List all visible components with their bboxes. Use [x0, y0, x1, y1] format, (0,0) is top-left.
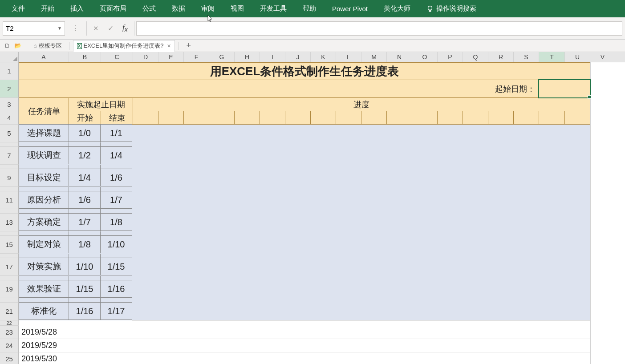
task-name-cell[interactable]: 原因分析 [19, 191, 69, 209]
row-header-23[interactable]: 23 [0, 326, 19, 339]
header-progress-cell[interactable] [184, 111, 209, 125]
col-header-E[interactable]: E [158, 52, 184, 62]
task-name-cell[interactable]: 选择课题 [19, 124, 69, 142]
task-name-cell[interactable]: 效果验证 [19, 280, 69, 298]
header-progress-cell[interactable] [488, 111, 514, 125]
header-progress-cell[interactable] [412, 111, 438, 125]
row-header-25[interactable]: 25 [0, 352, 19, 364]
task-end-cell[interactable]: 1/8 [100, 213, 132, 231]
task-end-cell[interactable]: 1/15 [100, 258, 132, 275]
date-cell[interactable]: 2019/5/30 [19, 352, 590, 364]
col-header-T[interactable]: T [539, 52, 565, 62]
row-header-gap[interactable] [0, 254, 19, 258]
gantt-row[interactable] [132, 147, 590, 165]
task-name-cell[interactable]: 制定对策 [19, 235, 69, 253]
gantt-row[interactable] [132, 169, 590, 187]
row-header-gap[interactable] [0, 187, 19, 191]
row-header-gap[interactable] [0, 165, 19, 169]
task-name-cell[interactable]: 目标设定 [19, 169, 69, 186]
gantt-row[interactable] [132, 214, 590, 231]
row-header-9[interactable]: 9 [0, 169, 19, 187]
ribbon-developer[interactable]: 开发工具 [252, 0, 295, 17]
col-header-R[interactable]: R [488, 52, 514, 62]
col-header-N[interactable]: N [387, 52, 412, 62]
row-header-3[interactable]: 3 [0, 98, 19, 111]
ribbon-file[interactable]: 文件 [4, 0, 33, 17]
select-all-corner[interactable] [0, 52, 19, 62]
gantt-row[interactable] [132, 280, 590, 298]
date-cell[interactable]: 2019/5/29 [19, 339, 590, 352]
row-header-gap[interactable] [0, 298, 19, 303]
row-header-1[interactable]: 1 [0, 62, 19, 80]
col-header-C[interactable]: C [101, 52, 133, 62]
task-end-cell[interactable]: 1/1 [100, 124, 132, 142]
col-header-H[interactable]: H [235, 52, 260, 62]
col-header-P[interactable]: P [438, 52, 463, 62]
header-progress-cell[interactable] [438, 111, 463, 125]
header-progress-cell[interactable] [387, 111, 412, 125]
task-end-cell[interactable]: 1/10 [100, 235, 132, 253]
task-end-cell[interactable]: 1/17 [100, 302, 132, 320]
header-progress-cell[interactable] [514, 111, 539, 125]
task-start-cell[interactable]: 1/6 [69, 191, 101, 209]
task-start-cell[interactable]: 1/4 [69, 169, 101, 186]
header-progress-cell[interactable] [463, 111, 488, 125]
col-header-L[interactable]: L [336, 52, 361, 62]
task-name-cell[interactable]: 对策实施 [19, 258, 69, 275]
col-header-D[interactable]: D [133, 52, 158, 62]
row-header-22[interactable]: 22 [0, 320, 19, 326]
task-start-cell[interactable]: 1/0 [69, 124, 101, 142]
header-progress-cell[interactable] [565, 111, 590, 125]
row-header-gap[interactable] [0, 142, 19, 147]
row-header-5[interactable]: 5 [0, 125, 19, 142]
col-header-K[interactable]: K [311, 52, 336, 62]
col-header-A[interactable]: A [19, 52, 69, 62]
row-header-11[interactable]: 11 [0, 191, 19, 209]
row-header-13[interactable]: 13 [0, 214, 19, 231]
new-file-icon[interactable]: 🗋 [3, 42, 12, 49]
task-end-cell[interactable]: 1/4 [100, 146, 132, 164]
fx-icon[interactable]: fx [122, 23, 128, 33]
cancel-formula-icon[interactable]: ✕ [93, 24, 99, 32]
ribbon-home[interactable]: 开始 [33, 0, 62, 17]
enter-formula-icon[interactable]: ✓ [108, 24, 114, 32]
col-header-U[interactable]: U [565, 52, 590, 62]
name-box-dropdown-icon[interactable]: ▼ [57, 26, 62, 31]
tab-template-zone[interactable]: ⌂ 模板专区 [30, 40, 65, 52]
task-name-cell[interactable]: 方案确定 [19, 213, 69, 231]
tab-close-icon[interactable]: ✕ [167, 43, 171, 49]
task-start-cell[interactable]: 1/8 [69, 235, 101, 253]
row-header-2[interactable]: 2 [0, 80, 19, 98]
ribbon-formulas[interactable]: 公式 [134, 0, 164, 17]
tab-add-icon[interactable]: + [183, 41, 195, 50]
row-header-gap[interactable] [0, 276, 19, 280]
name-box[interactable]: T2 ▼ [3, 21, 65, 36]
cells-area[interactable]: 用EXCEL条件格式制作生任务进度表起始日期：任务清单实施起止日期开始结束进度选… [19, 62, 625, 364]
header-progress-cell[interactable] [336, 111, 361, 125]
gantt-row[interactable] [132, 125, 590, 142]
header-progress-cell[interactable] [539, 111, 565, 125]
gantt-row[interactable] [132, 303, 590, 320]
col-header-Q[interactable]: Q [463, 52, 488, 62]
gantt-row[interactable] [132, 258, 590, 276]
col-header-J[interactable]: J [285, 52, 311, 62]
start-date-cell[interactable] [539, 80, 590, 97]
gantt-row[interactable] [132, 191, 590, 209]
task-name-cell[interactable]: 标准化 [19, 302, 69, 320]
row-header-gap[interactable] [0, 209, 19, 214]
row-header-21[interactable]: 21 [0, 303, 19, 320]
task-start-cell[interactable]: 1/2 [69, 146, 101, 164]
row-header-17[interactable]: 17 [0, 258, 19, 276]
task-start-cell[interactable]: 1/7 [69, 213, 101, 231]
ribbon-data[interactable]: 数据 [164, 0, 193, 17]
row-header-7[interactable]: 7 [0, 147, 19, 165]
task-start-cell[interactable]: 1/15 [69, 280, 101, 298]
row-header-24[interactable]: 24 [0, 339, 19, 352]
task-start-cell[interactable]: 1/16 [69, 302, 101, 320]
task-end-cell[interactable]: 1/16 [100, 280, 132, 298]
ribbon-help[interactable]: 帮助 [295, 0, 324, 17]
tab-workbook-active[interactable]: X EXCEL里如何制作任务进度表? ✕ [73, 40, 175, 52]
ribbon-beautify[interactable]: 美化大师 [376, 0, 418, 17]
ribbon-review[interactable]: 审阅 [193, 0, 223, 17]
ribbon-pagelayout[interactable]: 页面布局 [92, 0, 134, 17]
